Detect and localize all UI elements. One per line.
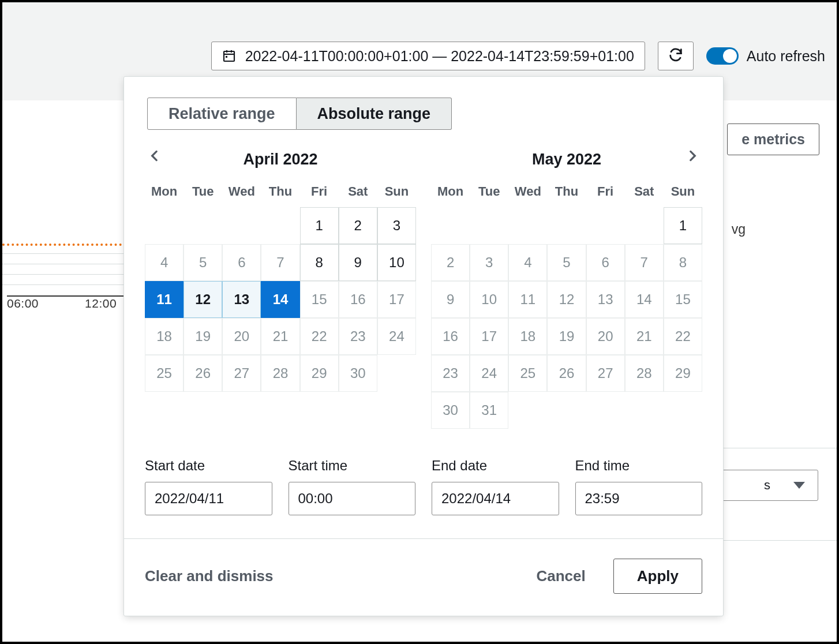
calendar-day[interactable]: 11: [145, 281, 183, 318]
weekday-cell: Tue: [183, 184, 222, 199]
chart-x-ticks: 06:00 12:00: [7, 297, 117, 310]
calendar-day[interactable]: 8: [664, 244, 702, 281]
weekday-cell: Thu: [547, 184, 586, 199]
calendar-day[interactable]: 16: [339, 281, 377, 318]
prev-month-button[interactable]: [147, 148, 162, 166]
calendar-day[interactable]: 26: [183, 355, 222, 392]
month-title: May 2022: [532, 151, 601, 169]
start-date-input[interactable]: [145, 482, 272, 515]
calendar-day[interactable]: 18: [145, 318, 183, 355]
calendar-day[interactable]: 10: [470, 281, 508, 318]
calendar-day[interactable]: 25: [508, 355, 547, 392]
calendar-day[interactable]: 23: [339, 318, 377, 355]
calendar-day[interactable]: 10: [377, 244, 416, 281]
weekday-cell: Sun: [664, 184, 702, 199]
calendar-day[interactable]: 3: [377, 207, 416, 244]
apply-button[interactable]: Apply: [613, 559, 702, 594]
calendar-day[interactable]: 7: [625, 244, 664, 281]
calendar-day[interactable]: 4: [145, 244, 183, 281]
refresh-icon: [668, 47, 684, 65]
chart-series-line: [2, 244, 126, 246]
calendar-day[interactable]: 14: [261, 281, 299, 318]
calendar-day[interactable]: 2: [339, 207, 377, 244]
calendar-day[interactable]: 12: [547, 281, 586, 318]
weekday-cell: Mon: [431, 184, 470, 199]
tab-absolute-range[interactable]: Absolute range: [297, 98, 452, 130]
calendar-day[interactable]: 27: [586, 355, 625, 392]
dropdown-partial[interactable]: s: [713, 470, 818, 501]
calendar-day[interactable]: 29: [664, 355, 702, 392]
calendar-day[interactable]: 14: [625, 281, 664, 318]
start-time-label: Start time: [289, 458, 416, 474]
calendar-day[interactable]: 31: [470, 392, 508, 429]
time-range-display[interactable]: 2022-04-11T00:00:00+01:00 — 2022-04-14T2…: [211, 42, 645, 70]
calendar-day[interactable]: 5: [547, 244, 586, 281]
calendar-day[interactable]: 23: [431, 355, 470, 392]
calendar-month-left: April 2022 MonTueWedThuFriSatSun 1234567…: [145, 147, 416, 429]
calendar-day[interactable]: 21: [261, 318, 299, 355]
calendar-day[interactable]: 22: [664, 318, 702, 355]
end-time-input[interactable]: [575, 482, 703, 515]
tab-relative-range[interactable]: Relative range: [147, 98, 297, 130]
x-tick: 12:00: [85, 297, 117, 310]
panel-divider: [704, 540, 837, 541]
calendar-day[interactable]: 28: [625, 355, 664, 392]
calendar-day[interactable]: 5: [183, 244, 222, 281]
clear-dismiss-button[interactable]: Clear and dismiss: [145, 567, 274, 585]
calendar-grid: 1234567891011121314151617181920212223242…: [145, 207, 416, 392]
calendar-day[interactable]: 18: [508, 318, 547, 355]
end-time-label: End time: [575, 458, 703, 474]
start-time-input[interactable]: [289, 482, 416, 515]
weekday-cell: Wed: [222, 184, 261, 199]
calendar-day[interactable]: 11: [508, 281, 547, 318]
calendar-day[interactable]: 2: [431, 244, 470, 281]
calendar-day[interactable]: 13: [586, 281, 625, 318]
calendar-day[interactable]: 6: [222, 244, 261, 281]
calendar-day[interactable]: 21: [625, 318, 664, 355]
calendar-day[interactable]: 1: [300, 207, 339, 244]
calendar-day[interactable]: 6: [586, 244, 625, 281]
calendar-day[interactable]: 19: [183, 318, 222, 355]
calendar-day[interactable]: 27: [222, 355, 261, 392]
calendar-day[interactable]: 30: [431, 392, 470, 429]
calendar-day[interactable]: 25: [145, 355, 183, 392]
calendar-day[interactable]: 16: [431, 318, 470, 355]
calendar-day[interactable]: 4: [508, 244, 547, 281]
calendar-day[interactable]: 15: [664, 281, 702, 318]
next-month-button[interactable]: [685, 148, 700, 166]
calendar-day[interactable]: 20: [222, 318, 261, 355]
calendar-grid: 1234567891011121314151617181920212223242…: [431, 207, 702, 429]
month-title: April 2022: [243, 151, 317, 169]
calendar-day[interactable]: 24: [470, 355, 508, 392]
calendar-day[interactable]: 8: [300, 244, 339, 281]
calendar-day[interactable]: 30: [339, 355, 377, 392]
calendar-day[interactable]: 20: [586, 318, 625, 355]
calendar-day[interactable]: 19: [547, 318, 586, 355]
refresh-button[interactable]: [658, 42, 694, 70]
calendar-day[interactable]: 9: [339, 244, 377, 281]
chevron-down-icon: [793, 482, 805, 489]
calendar-day[interactable]: 17: [377, 281, 416, 318]
calendar-day[interactable]: 24: [377, 318, 416, 355]
calendar-day[interactable]: 29: [300, 355, 339, 392]
calendar-day[interactable]: 22: [300, 318, 339, 355]
auto-refresh-label: Auto refresh: [747, 48, 825, 65]
weekday-cell: Mon: [145, 184, 183, 199]
weekday-cell: Sat: [625, 184, 664, 199]
calendar-day[interactable]: 1: [664, 207, 702, 244]
cancel-button[interactable]: Cancel: [537, 567, 586, 585]
calendar-day[interactable]: 17: [470, 318, 508, 355]
calendar-day[interactable]: 28: [261, 355, 299, 392]
auto-refresh-toggle[interactable]: [706, 47, 739, 65]
calendar-day[interactable]: 12: [183, 281, 222, 318]
calendar-day[interactable]: 26: [547, 355, 586, 392]
end-date-input[interactable]: [432, 482, 559, 515]
time-range-text: 2022-04-11T00:00:00+01:00 — 2022-04-14T2…: [245, 48, 634, 65]
weekday-header: MonTueWedThuFriSatSun: [145, 184, 416, 199]
calendar-day[interactable]: 9: [431, 281, 470, 318]
calendar-day[interactable]: 3: [470, 244, 508, 281]
calendar-day[interactable]: 13: [222, 281, 261, 318]
calendar-day[interactable]: 7: [261, 244, 299, 281]
metrics-button-partial[interactable]: e metrics: [727, 123, 819, 155]
calendar-day[interactable]: 15: [300, 281, 339, 318]
